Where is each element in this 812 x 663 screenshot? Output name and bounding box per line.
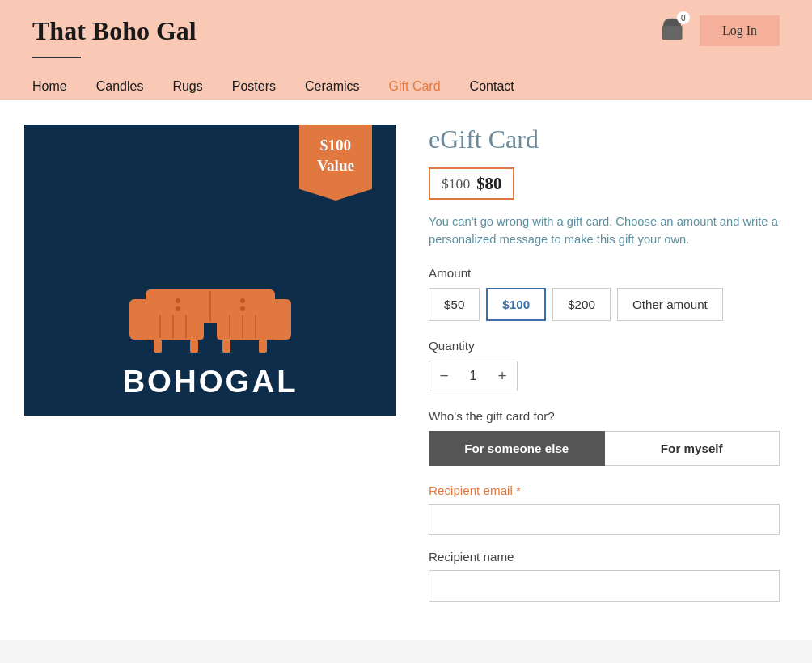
badge-line2: Value: [317, 157, 354, 174]
recipient-email-label: Recipient email *: [429, 484, 780, 497]
quantity-label: Quantity: [429, 339, 780, 353]
quantity-control: − 1 +: [429, 361, 518, 391]
price-old: $100: [442, 175, 470, 192]
gift-for-label: Who's the gift card for?: [429, 409, 780, 423]
product-details: eGift Card $100 $80 You can't go wrong w…: [429, 125, 780, 616]
cart-badge: 0: [677, 11, 690, 24]
main-nav: Home Candles Rugs Posters Ceramics Gift …: [32, 66, 780, 100]
price-box: $100 $80: [429, 167, 514, 200]
nav-item-posters[interactable]: Posters: [218, 73, 290, 100]
product-image: $100 Value: [24, 125, 396, 416]
amount-other[interactable]: Other amount: [617, 288, 723, 321]
svg-point-18: [176, 306, 180, 311]
product-title: eGift Card: [429, 125, 780, 154]
site-title: That Boho Gal: [32, 16, 197, 46]
amount-100[interactable]: $100: [486, 288, 546, 321]
nav-item-candles[interactable]: Candles: [82, 73, 159, 100]
nav-item-rugs[interactable]: Rugs: [158, 73, 217, 100]
header-actions: 0 Log In: [658, 15, 780, 47]
svg-rect-13: [190, 340, 198, 353]
recipient-email-input[interactable]: [429, 504, 780, 535]
svg-point-19: [240, 298, 245, 303]
svg-rect-14: [222, 340, 230, 353]
main-content: $100 Value: [0, 100, 812, 640]
nav-item-contact[interactable]: Contact: [455, 73, 529, 100]
gift-for-myself[interactable]: For myself: [605, 431, 780, 466]
nav-item-home[interactable]: Home: [32, 73, 82, 100]
svg-point-20: [240, 306, 245, 311]
gift-for-someone-else[interactable]: For someone else: [429, 431, 605, 466]
svg-rect-15: [259, 340, 267, 353]
svg-rect-4: [147, 314, 204, 340]
brand-text: BOHOGAL: [122, 364, 298, 399]
price-new: $80: [476, 174, 501, 193]
nav-item-giftcard[interactable]: Gift Card: [374, 73, 455, 100]
svg-rect-12: [154, 340, 162, 353]
header-top: That Boho Gal 0 Log In: [32, 15, 780, 53]
amount-options: $50 $100 $200 Other amount: [429, 288, 780, 321]
svg-rect-0: [662, 26, 682, 40]
amount-label: Amount: [429, 266, 780, 280]
header: That Boho Gal 0 Log In Home Candles Rugs…: [0, 0, 812, 100]
product-badge: $100 Value: [299, 125, 372, 201]
gift-for-options: For someone else For myself: [429, 431, 780, 466]
recipient-name-label: Recipient name: [429, 550, 780, 564]
amount-50[interactable]: $50: [429, 288, 480, 321]
cart-button[interactable]: 0: [658, 15, 687, 47]
quantity-increase[interactable]: +: [488, 361, 517, 391]
quantity-value: 1: [459, 369, 488, 383]
product-description: You can't go wrong with a gift card. Cho…: [429, 213, 780, 248]
couch-illustration: [121, 267, 299, 356]
badge-line1: $100: [320, 137, 351, 154]
svg-point-17: [176, 298, 180, 303]
required-asterisk: *: [516, 484, 521, 497]
quantity-decrease[interactable]: −: [429, 361, 459, 391]
amount-200[interactable]: $200: [552, 288, 611, 321]
title-divider: [32, 57, 81, 58]
svg-rect-5: [217, 314, 273, 340]
login-button[interactable]: Log In: [700, 15, 780, 46]
recipient-name-input[interactable]: [429, 570, 780, 602]
nav-item-ceramics[interactable]: Ceramics: [290, 73, 374, 100]
